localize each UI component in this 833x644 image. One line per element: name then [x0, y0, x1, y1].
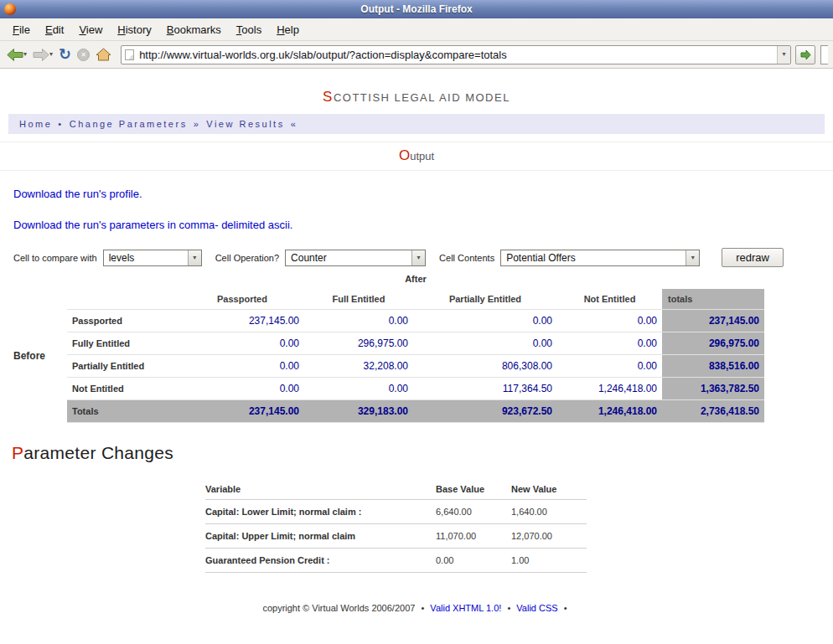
matrix-row-label: Partially Entitled: [67, 355, 180, 378]
go-arrow-icon: [800, 49, 811, 60]
compare-select[interactable]: levels ▾: [103, 250, 202, 266]
footer-separator: •: [507, 603, 510, 613]
stop-button[interactable]: ✕: [75, 46, 91, 64]
reload-button[interactable]: ↻: [57, 44, 73, 64]
valid-css-link[interactable]: Valid CSS: [516, 603, 557, 613]
menu-help[interactable]: Help: [269, 20, 307, 39]
totals-row: Totals 237,145.00 329,183.00 923,672.50 …: [67, 400, 764, 423]
breadcrumb-view-results[interactable]: View Results: [206, 119, 284, 129]
parameter-changes-table: Variable Base Value New Value Capital: L…: [205, 480, 587, 573]
matrix-row-label: Fully Entitled: [67, 332, 180, 355]
param-variable: Capital: Upper Limit; normal claim: [205, 524, 436, 549]
matrix-row-label: Passported: [67, 310, 180, 332]
download-parameters-link[interactable]: Download the run's parameters in comma- …: [13, 219, 833, 231]
table-row: Guaranteed Pension Credit : 0.00 1.00: [205, 549, 587, 573]
contents-select[interactable]: Potential Offers ▾: [500, 250, 700, 266]
download-profile-link[interactable]: Download the run's profile.: [13, 188, 833, 200]
stop-icon: ✕: [77, 49, 90, 61]
home-icon: [96, 48, 111, 61]
matrix-cell: 0.00: [180, 378, 304, 400]
matrix-cell: 0.00: [180, 355, 304, 378]
site-title: SCOTTISH LEGAL AID MODEL: [0, 89, 833, 106]
param-variable: Capital: Lower Limit; normal claim :: [205, 500, 436, 524]
matrix-cell: 1,246,418.00: [557, 378, 662, 400]
search-bar-partial[interactable]: [820, 45, 828, 64]
matrix-cell: 0.00: [413, 310, 557, 332]
footer-separator: •: [421, 603, 424, 613]
forward-button[interactable]: ▾: [31, 46, 54, 64]
param-variable: Guaranteed Pension Credit :: [205, 549, 436, 573]
breadcrumb: Home•Change Parameters»View Results«: [8, 114, 825, 134]
forward-dropdown-caret[interactable]: ▾: [49, 51, 53, 58]
chevron-down-icon: ▾: [411, 250, 425, 265]
col-header-partially-entitled: Partially Entitled: [413, 289, 557, 310]
home-button[interactable]: [94, 45, 113, 64]
menu-view[interactable]: View: [71, 20, 110, 39]
menubar: File Edit View History Bookmarks Tools H…: [0, 18, 833, 41]
menu-file[interactable]: File: [5, 20, 38, 39]
matrix-cell: 0.00: [304, 378, 413, 400]
col-header-passported: Passported: [180, 289, 304, 310]
matrix-cell: 0.00: [557, 355, 662, 378]
matrix-row-total: 838,516.00: [662, 355, 764, 378]
param-new-value: 1,640.00: [511, 500, 587, 524]
table-row: Capital: Upper Limit; normal claim 11,07…: [205, 524, 587, 549]
matrix-row-total: 296,975.00: [662, 332, 764, 355]
back-button[interactable]: ▾: [5, 46, 28, 64]
param-header-base: Base Value: [436, 480, 511, 500]
param-new-value: 12,070.00: [511, 524, 587, 549]
controls-row: Cell to compare with levels ▾ Cell Opera…: [13, 248, 833, 267]
breadcrumb-separator: •: [58, 119, 63, 129]
corner-cell: [67, 289, 180, 310]
back-dropdown-caret[interactable]: ▾: [23, 51, 27, 58]
breadcrumb-separator: «: [291, 119, 298, 129]
footer: copyright © Virtual Worlds 2006/2007 • V…: [0, 603, 833, 613]
url-input[interactable]: http://www.virtual-worlds.org.uk/slab/ou…: [134, 49, 777, 61]
footer-separator: •: [564, 603, 567, 613]
operation-select[interactable]: Counter ▾: [285, 250, 426, 266]
valid-xhtml-link[interactable]: Valid XHTML 1.0!: [430, 603, 501, 613]
matrix-cell: 0.00: [413, 332, 557, 355]
reload-icon: ↻: [59, 47, 71, 62]
matrix-cell: 0.00: [557, 310, 662, 332]
menu-history[interactable]: History: [110, 20, 158, 39]
table-row: Fully Entitled 0.00 296,975.00 0.00 0.00…: [67, 332, 764, 355]
param-new-value: 1.00: [511, 549, 587, 573]
breadcrumb-change-parameters[interactable]: Change Parameters: [70, 119, 188, 129]
titlebar[interactable]: Output - Mozilla Firefox: [0, 0, 833, 18]
matrix-cell: 296,975.00: [304, 332, 413, 355]
menu-tools[interactable]: Tools: [229, 20, 269, 39]
results-matrix: After Before Passported Full Entitled Pa…: [13, 274, 764, 423]
go-button[interactable]: [795, 45, 815, 64]
matrix-cell: 32,208.00: [304, 355, 413, 378]
breadcrumb-home[interactable]: Home: [19, 119, 52, 129]
url-dropdown-button[interactable]: ▾: [777, 46, 790, 64]
redraw-button[interactable]: redraw: [722, 248, 784, 267]
page-title-cap: O: [399, 147, 410, 163]
param-base-value: 6,640.00: [436, 500, 511, 524]
compare-select-value: levels: [104, 252, 188, 264]
col-header-full-entitled: Full Entitled: [304, 289, 413, 310]
matrix-cell: 0.00: [557, 332, 662, 355]
matrix-cell: 0.00: [180, 332, 304, 355]
url-bar[interactable]: http://www.virtual-worlds.org.uk/slab/ou…: [121, 45, 791, 64]
compare-label: Cell to compare with: [13, 253, 97, 263]
matrix-cell: 237,145.00: [180, 400, 304, 423]
matrix-header-row: Passported Full Entitled Partially Entit…: [67, 289, 764, 310]
param-base-value: 11,070.00: [436, 524, 511, 549]
col-header-not-entitled: Not Entitled: [557, 289, 662, 310]
matrix-grand-total: 2,736,418.50: [662, 400, 764, 423]
back-arrow-icon: [7, 49, 23, 61]
table-row: Capital: Lower Limit; normal claim : 6,6…: [205, 500, 587, 524]
contents-label: Cell Contents: [439, 253, 494, 263]
contents-select-value: Potential Offers: [501, 252, 686, 264]
matrix-cell: 806,308.00: [413, 355, 557, 378]
menu-bookmarks[interactable]: Bookmarks: [159, 20, 229, 39]
menu-edit[interactable]: Edit: [38, 20, 71, 39]
chevron-down-icon: ▾: [686, 250, 699, 265]
parameter-heading-cap: P: [12, 443, 23, 462]
after-label: After: [67, 274, 764, 289]
page-title-rest: utput: [410, 150, 434, 162]
before-label: Before: [13, 289, 67, 423]
page-icon: [125, 49, 134, 60]
